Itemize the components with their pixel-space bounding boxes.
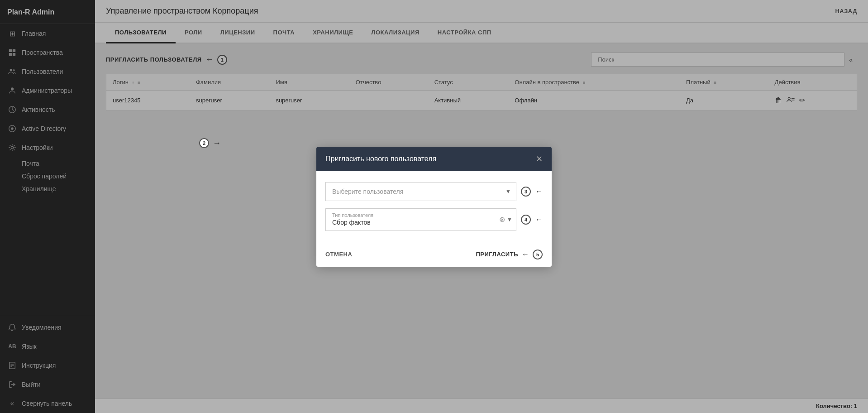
step-2-indicator: 2 → bbox=[199, 138, 221, 148]
step-5-badge: 5 bbox=[533, 250, 543, 259]
modal-header: Пригласить нового пользователя ✕ bbox=[316, 147, 552, 171]
user-type-label: Тип пользователя bbox=[332, 212, 510, 218]
select-user-row: Выберите пользователя ▼ 3 ← bbox=[325, 182, 543, 201]
select-user-dropdown[interactable]: Выберите пользователя bbox=[325, 182, 516, 201]
step-2-arrow: → bbox=[213, 139, 221, 148]
modal-overlay: 2 → Пригласить нового пользователя ✕ Выб… bbox=[0, 0, 868, 413]
step-4-arrow: ← bbox=[535, 216, 543, 224]
step-3-arrow: ← bbox=[535, 187, 543, 196]
modal-title: Пригласить нового пользователя bbox=[325, 155, 436, 163]
invite-action: ПРИГЛАСИТЬ ← 5 bbox=[476, 250, 543, 259]
step-2-badge: 2 bbox=[199, 138, 209, 148]
user-type-value: Сбор фактов bbox=[332, 219, 510, 226]
cancel-button[interactable]: ОТМЕНА bbox=[325, 251, 352, 258]
step-3-badge: 3 bbox=[521, 187, 531, 197]
invite-modal: Пригласить нового пользователя ✕ Выберит… bbox=[316, 147, 552, 267]
step-5-arrow: ← bbox=[522, 250, 529, 259]
invite-button[interactable]: ПРИГЛАСИТЬ bbox=[476, 251, 518, 258]
modal-footer: ОТМЕНА ПРИГЛАСИТЬ ← 5 bbox=[316, 242, 552, 267]
type-dropdown-button[interactable]: ▼ bbox=[507, 216, 512, 223]
user-type-field: Тип пользователя Сбор фактов ⊗ ▼ bbox=[325, 208, 516, 231]
user-type-row: Тип пользователя Сбор фактов ⊗ ▼ 4 ← bbox=[325, 208, 543, 231]
modal-body: Выберите пользователя ▼ 3 ← Тип пользова… bbox=[316, 171, 552, 242]
step-4-badge: 4 bbox=[521, 215, 531, 225]
type-field-actions: ⊗ ▼ bbox=[499, 216, 512, 223]
type-clear-button[interactable]: ⊗ bbox=[499, 216, 505, 223]
select-user-wrapper: Выберите пользователя ▼ bbox=[325, 182, 516, 201]
modal-close-button[interactable]: ✕ bbox=[536, 155, 543, 163]
